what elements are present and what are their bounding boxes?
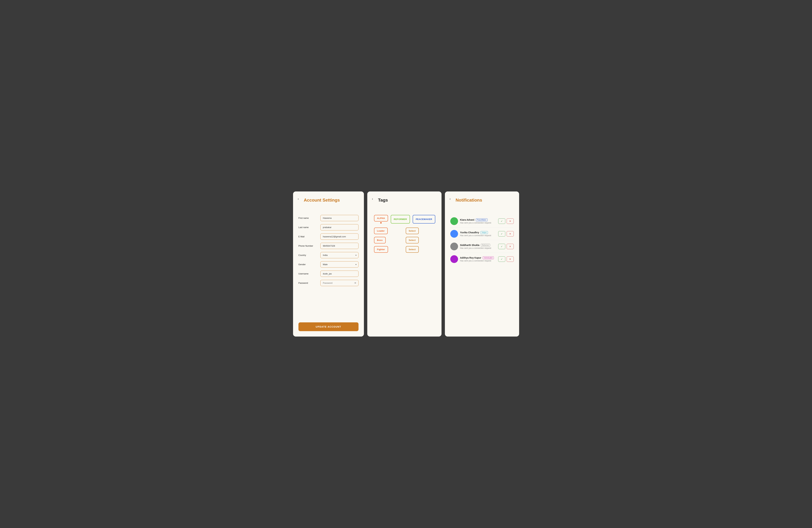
notif-name-kiara: Kiara Advani bbox=[460, 218, 475, 221]
alpha-tag-dot bbox=[380, 222, 382, 223]
tags-title: Tags bbox=[378, 197, 388, 203]
notif-name-row-adithya: Adithya Roy Kapur Individualist bbox=[460, 256, 496, 259]
country-select[interactable]: India USA UK Australia bbox=[320, 252, 359, 258]
notif-info-kiara: Kiara Advani PeaceMaker Has sent you a c… bbox=[460, 218, 496, 224]
phone-label: Phone Number bbox=[299, 245, 320, 247]
notif-actions-yuvika: ✓ ✕ bbox=[498, 231, 514, 236]
notif-name-row-siddharth: Siddharth Shukla Reformer bbox=[460, 244, 496, 247]
last-name-group: Last name bbox=[299, 224, 359, 231]
tags-top-row: ALPHA REFORMER PEACEMAKER bbox=[373, 215, 436, 223]
account-settings-title: Account Settings bbox=[304, 197, 340, 203]
notifications-title: Notifications bbox=[456, 197, 482, 203]
notifications-back-button[interactable]: ‹ bbox=[450, 197, 451, 201]
avatar-yuvika bbox=[450, 230, 458, 238]
tags-panel: ‹ Tags ALPHA REFORMER PEACEMAKER Leader … bbox=[367, 191, 441, 337]
notif-item-siddharth: Siddharth Shukla Reformer Has sent you a… bbox=[450, 240, 514, 253]
badge-reformer-siddharth: Reformer bbox=[481, 244, 490, 247]
tags-rows-section: Leader Select Boss Select Fighter Select bbox=[373, 228, 436, 253]
first-name-input[interactable] bbox=[320, 215, 359, 221]
gender-group: Gender Male Female Other ▾ bbox=[299, 261, 359, 267]
password-label: Password bbox=[299, 282, 320, 284]
badge-helper-yuvika: Helper bbox=[480, 231, 488, 234]
last-name-label: Last name bbox=[299, 226, 320, 229]
gender-label: Gender bbox=[299, 263, 320, 266]
notif-info-yuvika: Yuvika Chaudhry Helper Has sent you a co… bbox=[460, 231, 496, 237]
reject-kiara-button[interactable]: ✕ bbox=[507, 218, 514, 224]
accept-adithya-button[interactable]: ✓ bbox=[498, 256, 505, 262]
notifications-panel: ‹ Notifications Kiara Advani PeaceMaker … bbox=[445, 191, 519, 337]
account-settings-panel: ‹ Account Settings First name Last name … bbox=[293, 191, 364, 337]
notif-actions-kiara: ✓ ✕ bbox=[498, 218, 514, 224]
accept-siddharth-button[interactable]: ✓ bbox=[498, 244, 505, 249]
badge-peacemaker-kiara: PeaceMaker bbox=[476, 218, 488, 221]
boss-select-button[interactable]: Select bbox=[406, 237, 419, 244]
country-label: Country bbox=[299, 254, 320, 256]
notif-name-adithya: Adithya Roy Kapur bbox=[460, 256, 481, 259]
reject-adithya-button[interactable]: ✕ bbox=[507, 256, 514, 262]
first-name-label: First name bbox=[299, 217, 320, 219]
badge-individualist-adithya: Individualist bbox=[483, 256, 494, 259]
update-account-button[interactable]: UPDATE ACCOUNT bbox=[299, 322, 359, 331]
country-group: Country India USA UK Australia ▾ bbox=[299, 252, 359, 258]
notif-message-yuvika: Has sent you a connection request bbox=[460, 234, 496, 237]
notif-item-adithya: Adithya Roy Kapur Individualist Has sent… bbox=[450, 253, 514, 265]
first-name-group: First name bbox=[299, 215, 359, 221]
username-group: Username bbox=[299, 270, 359, 277]
notif-info-siddharth: Siddharth Shukla Reformer Has sent you a… bbox=[460, 244, 496, 249]
alpha-tag-button[interactable]: ALPHA bbox=[374, 215, 388, 221]
notif-name-yuvika: Yuvika Chaudhry bbox=[460, 231, 479, 234]
notif-name-siddharth: Siddharth Shukla bbox=[460, 244, 479, 247]
username-label: Username bbox=[299, 273, 320, 275]
email-label: E Mail bbox=[299, 235, 320, 238]
notif-item-kiara: Kiara Advani PeaceMaker Has sent you a c… bbox=[450, 215, 514, 228]
username-input[interactable] bbox=[320, 270, 359, 277]
password-input[interactable] bbox=[320, 280, 359, 286]
notif-info-adithya: Adithya Roy Kapur Individualist Has sent… bbox=[460, 256, 496, 262]
password-group: Password 👁 bbox=[299, 280, 359, 286]
phone-input[interactable] bbox=[320, 243, 359, 249]
notif-item-yuvika: Yuvika Chaudhry Helper Has sent you a co… bbox=[450, 228, 514, 240]
tag-row-fighter: Fighter Select bbox=[373, 246, 436, 253]
reject-siddharth-button[interactable]: ✕ bbox=[507, 244, 514, 249]
gender-select[interactable]: Male Female Other bbox=[320, 261, 359, 267]
reject-yuvika-button[interactable]: ✕ bbox=[507, 231, 514, 236]
accept-kiara-button[interactable]: ✓ bbox=[498, 218, 505, 224]
tag-row-boss: Boss Select bbox=[373, 237, 436, 244]
avatar-adithya bbox=[450, 255, 458, 263]
last-name-input[interactable] bbox=[320, 224, 359, 231]
notif-actions-adithya: ✓ ✕ bbox=[498, 256, 514, 262]
avatar-siddharth bbox=[450, 243, 458, 250]
email-group: E Mail bbox=[299, 233, 359, 240]
notif-message-siddharth: Has sent you a connection request bbox=[460, 247, 496, 249]
account-settings-back-button[interactable]: ‹ bbox=[298, 197, 299, 201]
notif-name-row-kiara: Kiara Advani PeaceMaker bbox=[460, 218, 496, 221]
accept-yuvika-button[interactable]: ✓ bbox=[498, 231, 505, 236]
password-visibility-icon[interactable]: 👁 bbox=[354, 282, 357, 284]
notif-message-kiara: Has sent you a connection request bbox=[460, 222, 496, 224]
phone-group: Phone Number bbox=[299, 243, 359, 249]
notif-message-adithya: Has sent you a connection request bbox=[460, 260, 496, 262]
tags-back-button[interactable]: ‹ bbox=[372, 197, 373, 201]
notif-name-row-yuvika: Yuvika Chaudhry Helper bbox=[460, 231, 496, 234]
notifications-list: Kiara Advani PeaceMaker Has sent you a c… bbox=[450, 215, 514, 265]
email-input[interactable] bbox=[320, 233, 359, 240]
fighter-select-button[interactable]: Select bbox=[406, 246, 419, 253]
notif-actions-siddharth: ✓ ✕ bbox=[498, 244, 514, 249]
peacemaker-tag-button[interactable]: PEACEMAKER bbox=[413, 215, 435, 223]
leader-tag-button[interactable]: Leader bbox=[374, 228, 388, 234]
boss-tag-button[interactable]: Boss bbox=[374, 237, 386, 244]
avatar-kiara bbox=[450, 217, 458, 225]
fighter-tag-button[interactable]: Fighter bbox=[374, 246, 388, 253]
alpha-tag-wrapper: ALPHA bbox=[374, 215, 388, 223]
leader-select-button[interactable]: Select bbox=[406, 228, 419, 234]
tag-row-leader: Leader Select bbox=[373, 228, 436, 234]
reformer-tag-button[interactable]: REFORMER bbox=[391, 215, 410, 223]
